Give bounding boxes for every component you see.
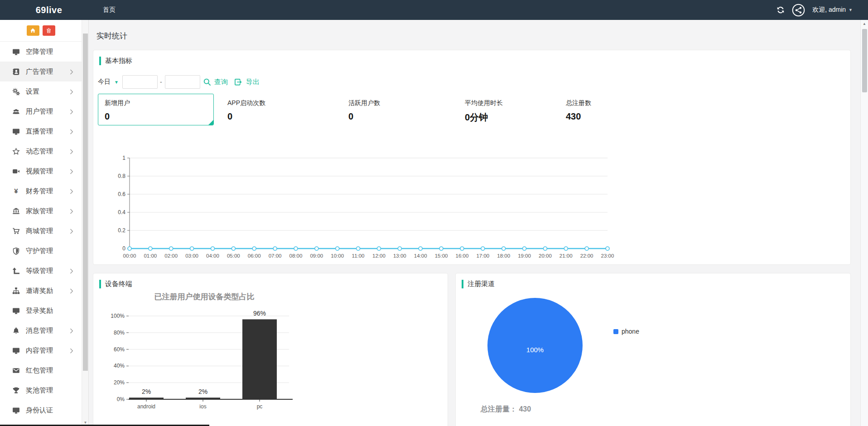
sidebar-item-12[interactable]: 等级管理 (0, 261, 82, 281)
sidebar-item-label: 家族管理 (26, 207, 53, 215)
sidebar-item-13[interactable]: 邀请奖励 (0, 281, 82, 301)
svg-text:00:00: 00:00 (123, 253, 136, 258)
sidebar-scrollbar-thumb[interactable] (83, 34, 88, 371)
sidebar-item-1[interactable]: 空降管理 (0, 42, 82, 62)
video-icon (12, 168, 20, 175)
sidebar-item-label: 等级管理 (26, 267, 53, 275)
svg-text:0.2: 0.2 (118, 227, 125, 234)
sidebar-item-17[interactable]: 红包管理 (0, 360, 82, 380)
query-button[interactable]: 查询 (214, 74, 228, 90)
svg-text:96%: 96% (253, 310, 266, 317)
topbar: 69live 首页 欢迎, admin ▼ (0, 0, 868, 20)
svg-text:80%: 80% (114, 330, 125, 336)
svg-text:¥: ¥ (14, 187, 18, 195)
stat-card-5: 总注册数430 (566, 94, 591, 122)
export-button[interactable]: 导出 (246, 74, 260, 90)
sidebar-item-label: 用户管理 (26, 107, 53, 116)
search-icon[interactable] (203, 74, 212, 90)
home-button[interactable] (27, 25, 39, 36)
scroll-up-icon[interactable]: ▲ (861, 22, 868, 26)
trophy-icon (12, 387, 20, 394)
yen-icon: ¥ (12, 187, 20, 195)
sidebar-scrollbar[interactable]: ▼ (82, 20, 88, 426)
main-content: 实时统计 基本指标 今日 ▼ - 查询 导出 新增用户0APP启动次数0活跃用户… (89, 20, 860, 426)
sidebar-item-label: 身份认证 (26, 406, 53, 415)
sidebar-item-10[interactable]: 商城管理 (0, 221, 82, 241)
device-terminal-card: 设备终端 已注册用户使用设备类型占比 0%20%40%60%80%100%2%a… (93, 273, 448, 426)
sidebar-item-8[interactable]: ¥财务管理 (0, 181, 82, 201)
sidebar-item-label: 红包管理 (26, 366, 53, 375)
stat-card-1[interactable]: 新增用户0 (98, 94, 214, 125)
svg-text:23:00: 23:00 (601, 253, 614, 258)
chevron-right-icon (70, 268, 73, 274)
window-scrollbar[interactable]: ▲ (860, 20, 868, 426)
svg-text:14:00: 14:00 (414, 253, 427, 258)
monitor-icon (12, 347, 20, 354)
sidebar-item-label: 邀请奖励 (26, 287, 53, 295)
preset-caret-icon[interactable]: ▼ (114, 74, 119, 90)
svg-text:21:00: 21:00 (559, 253, 573, 258)
section-accent-bar (99, 57, 101, 65)
sidebar-item-18[interactable]: 奖池管理 (0, 380, 82, 400)
filter-row: 今日 ▼ - 查询 导出 (93, 74, 850, 90)
sidebar-item-15[interactable]: 消息管理 (0, 321, 82, 340)
date-to-input[interactable] (165, 75, 200, 89)
stat-value: 0 (227, 111, 265, 122)
app-logo[interactable]: 69live (26, 5, 72, 15)
legend-item-phone[interactable]: phone (613, 328, 639, 335)
sidebar-item-label: 奖池管理 (26, 386, 53, 395)
svg-text:15:00: 15:00 (435, 253, 448, 258)
sidebar: 空降管理广告管理设置用户管理直播管理动态管理视频管理¥财务管理家族管理商城管理守… (0, 20, 89, 426)
sidebar-item-11[interactable]: 守护管理 (0, 241, 82, 261)
svg-text:20%: 20% (114, 379, 125, 386)
sidebar-item-2[interactable]: 广告管理 (0, 62, 82, 81)
svg-text:0.4: 0.4 (118, 209, 125, 215)
stat-value: 0 (348, 111, 380, 122)
shield-icon (12, 247, 20, 255)
sidebar-item-7[interactable]: 视频管理 (0, 161, 82, 181)
monitor-icon (12, 48, 20, 56)
svg-text:android: android (137, 403, 155, 410)
sidebar-item-label: 登录奖励 (26, 306, 53, 315)
trash-button[interactable] (43, 25, 55, 36)
date-preset-select[interactable]: 今日 (98, 74, 111, 90)
window-scrollbar-thumb[interactable] (862, 29, 867, 92)
sidebar-item-5[interactable]: 直播管理 (0, 121, 82, 141)
svg-text:20:00: 20:00 (539, 253, 552, 258)
sidebar-item-14[interactable]: 登录奖励 (0, 301, 82, 321)
sidebar-item-19[interactable]: 身份认证 (0, 400, 82, 420)
export-icon[interactable] (234, 74, 242, 90)
chevron-right-icon (70, 209, 73, 214)
section-accent-bar (99, 280, 101, 288)
scroll-down-icon[interactable]: ▼ (82, 421, 89, 425)
sidebar-item-16[interactable]: 内容管理 (0, 340, 82, 360)
chevron-right-icon (70, 109, 73, 115)
sidebar-item-4[interactable]: 用户管理 (0, 101, 82, 121)
levelup-icon (12, 267, 20, 275)
stats-row: 新增用户0APP启动次数0活跃用户数0平均使用时长0分钟总注册数430 (93, 94, 850, 129)
sidebar-item-6[interactable]: 动态管理 (0, 141, 82, 161)
stat-label: 总注册数 (566, 99, 591, 107)
chevron-right-icon (70, 348, 73, 354)
chevron-right-icon (70, 229, 73, 234)
monitor-icon (12, 407, 20, 414)
stat-card-4: 平均使用时长0分钟 (465, 94, 503, 124)
svg-text:19:00: 19:00 (518, 253, 531, 258)
register-channel-card: 注册渠道 100% phone 总注册量： 430 (455, 273, 851, 426)
page-title: 实时统计 (96, 31, 127, 41)
nav-item-home[interactable]: 首页 (103, 6, 116, 14)
date-from-input[interactable] (122, 75, 158, 89)
sidebar-item-label: 商城管理 (26, 227, 53, 235)
refresh-icon[interactable] (776, 6, 785, 14)
chevron-right-icon (70, 328, 73, 334)
sidebar-item-3[interactable]: 设置 (0, 81, 82, 101)
user-menu[interactable]: 欢迎, admin ▼ (812, 6, 853, 14)
svg-text:0.8: 0.8 (118, 173, 125, 179)
svg-text:10:00: 10:00 (331, 253, 344, 258)
svg-text:100%: 100% (111, 313, 125, 319)
avatar[interactable] (792, 4, 805, 17)
sidebar-item-9[interactable]: 家族管理 (0, 201, 82, 221)
svg-text:2%: 2% (142, 388, 151, 395)
sidebar-item-label: 广告管理 (26, 67, 53, 76)
sidebar-item-label: 空降管理 (26, 48, 53, 56)
